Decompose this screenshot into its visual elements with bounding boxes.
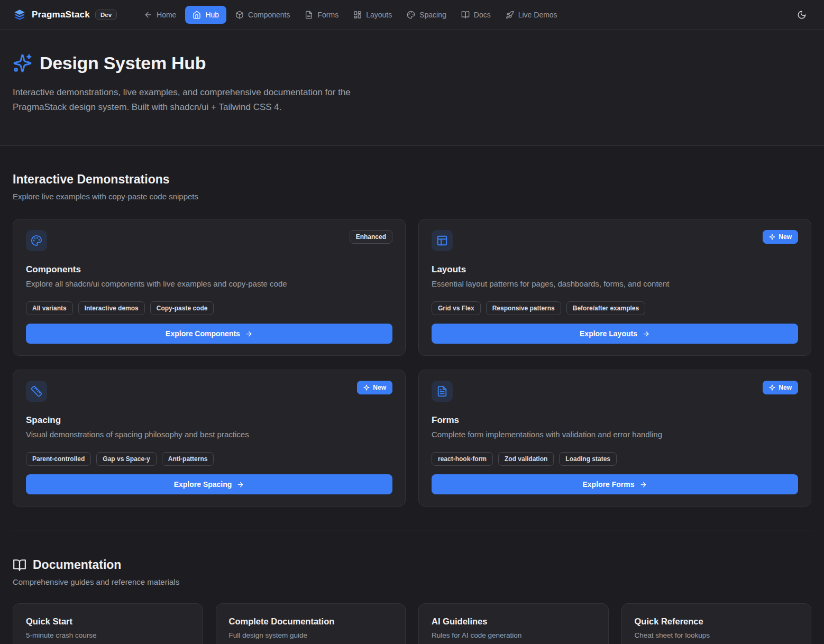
doc-card-description: 5-minute crash course — [26, 631, 190, 639]
arrow-right-icon — [639, 481, 647, 489]
docs-subheading: Comprehensive guides and reference mater… — [13, 577, 811, 586]
nav-item-forms[interactable]: Forms — [299, 6, 344, 24]
spacing-icon-tile — [26, 381, 47, 402]
doc-card-quick-start[interactable]: Quick Start 5-minute crash course — [13, 603, 203, 644]
tag: All variants — [26, 301, 73, 315]
main-content: Interactive Demonstrations Explore live … — [0, 172, 824, 644]
sparkles-icon — [769, 234, 775, 240]
tag: Parent-controlled — [26, 452, 91, 466]
doc-card-description: Rules for AI code generation — [432, 631, 596, 639]
tag: Copy-paste code — [150, 301, 214, 315]
new-badge: New — [357, 381, 392, 394]
rocket-icon — [506, 11, 514, 19]
card-title: Spacing — [26, 415, 392, 426]
layers-logo-icon — [13, 8, 26, 22]
moon-icon — [797, 10, 807, 20]
doc-card-quick-reference[interactable]: Quick Reference Cheat sheet for lookups — [621, 603, 812, 644]
doc-card-title: AI Guidelines — [432, 617, 596, 627]
doc-card-complete-documentation[interactable]: Complete Documentation Full design syste… — [216, 603, 406, 644]
palette-icon — [407, 11, 415, 19]
new-badge: New — [763, 381, 798, 394]
file-text-icon — [305, 11, 313, 19]
tag: Before/after examples — [566, 301, 645, 315]
docs-heading: Documentation — [13, 558, 811, 572]
demos-heading: Interactive Demonstrations — [13, 172, 811, 187]
tag: Gap vs Space-y — [96, 452, 156, 466]
tag: react-hook-form — [432, 452, 493, 466]
file-text-icon — [436, 385, 448, 397]
demo-card-spacing: New Spacing Visual demonstrations of spa… — [13, 370, 406, 507]
tag: Zod validation — [498, 452, 554, 466]
nav-item-hub[interactable]: Hub — [185, 6, 226, 24]
card-title: Components — [26, 264, 392, 275]
forms-icon-tile — [432, 381, 453, 402]
brand-name: PragmaStack — [32, 10, 90, 20]
arrow-right-icon — [245, 330, 253, 338]
card-description: Complete form implementations with valid… — [432, 430, 798, 439]
doc-card-title: Complete Documentation — [229, 617, 393, 627]
card-description: Visual demonstrations of spacing philoso… — [26, 430, 392, 439]
nav-items: Home Hub Components Forms Layouts Spacin… — [138, 6, 563, 24]
arrow-right-icon — [236, 481, 244, 489]
explore-components-button[interactable]: Explore Components — [26, 324, 392, 344]
arrow-left-icon — [144, 11, 152, 19]
tag: Loading states — [559, 452, 617, 466]
doc-card-title: Quick Start — [26, 617, 190, 627]
doc-card-description: Full design system guide — [229, 631, 393, 639]
arrow-right-icon — [642, 330, 650, 338]
page-title: Design System Hub — [40, 53, 206, 73]
tag: Responsive patterns — [486, 301, 561, 315]
card-description: Essential layout patterns for pages, das… — [432, 279, 798, 288]
nav-item-spacing[interactable]: Spacing — [401, 6, 452, 24]
demo-card-components: Enhanced Components Explore all shadcn/u… — [13, 219, 406, 356]
tag: Anti-patterns — [162, 452, 214, 466]
tag: Interactive demos — [78, 301, 145, 315]
hero-section: Design System Hub Interactive demonstrat… — [0, 30, 824, 146]
home-icon — [193, 11, 201, 19]
page-description: Interactive demonstrations, live example… — [13, 85, 404, 115]
doc-card-title: Quick Reference — [635, 617, 799, 627]
components-icon-tile — [26, 230, 47, 251]
demos-subheading: Explore live examples with copy-paste co… — [13, 192, 811, 201]
explore-forms-button[interactable]: Explore Forms — [432, 474, 798, 494]
doc-card-description: Cheat sheet for lookups — [635, 631, 799, 639]
palette-icon — [31, 235, 42, 246]
sparkles-icon — [13, 53, 32, 73]
demo-card-grid: Enhanced Components Explore all shadcn/u… — [13, 219, 811, 507]
sparkles-icon — [363, 384, 370, 391]
book-open-icon — [13, 558, 26, 572]
layout-dashboard-icon — [353, 11, 362, 19]
sparkles-icon — [769, 384, 775, 391]
demo-card-forms: New Forms Complete form implementations … — [418, 370, 811, 507]
layouts-icon-tile — [432, 230, 453, 251]
card-title: Layouts — [432, 264, 798, 275]
card-description: Explore all shadcn/ui components with li… — [26, 279, 392, 288]
section-divider — [13, 530, 811, 530]
explore-spacing-button[interactable]: Explore Spacing — [26, 474, 392, 494]
new-badge: New — [763, 230, 798, 244]
box-icon — [235, 11, 244, 19]
nav-item-home[interactable]: Home — [138, 6, 182, 24]
dev-badge: Dev — [95, 10, 117, 20]
enhanced-badge: Enhanced — [350, 230, 392, 244]
top-nav: PragmaStack Dev Home Hub Components Form… — [0, 0, 824, 30]
brand[interactable]: PragmaStack Dev — [13, 8, 117, 22]
demo-card-layouts: New Layouts Essential layout patterns fo… — [418, 219, 811, 356]
nav-item-live-demos[interactable]: Live Demos — [500, 6, 563, 24]
nav-item-docs[interactable]: Docs — [455, 6, 497, 24]
nav-item-layouts[interactable]: Layouts — [347, 6, 398, 24]
doc-card-grid: Quick Start 5-minute crash course Comple… — [13, 603, 811, 644]
theme-toggle-button[interactable] — [792, 5, 811, 24]
explore-layouts-button[interactable]: Explore Layouts — [432, 324, 798, 344]
card-title: Forms — [432, 415, 798, 426]
book-open-icon — [461, 11, 470, 19]
nav-item-components[interactable]: Components — [230, 6, 296, 24]
doc-card-ai-guidelines[interactable]: AI Guidelines Rules for AI code generati… — [418, 603, 609, 644]
panel-top-icon — [436, 235, 448, 246]
tag: Grid vs Flex — [432, 301, 481, 315]
ruler-icon — [31, 385, 42, 397]
